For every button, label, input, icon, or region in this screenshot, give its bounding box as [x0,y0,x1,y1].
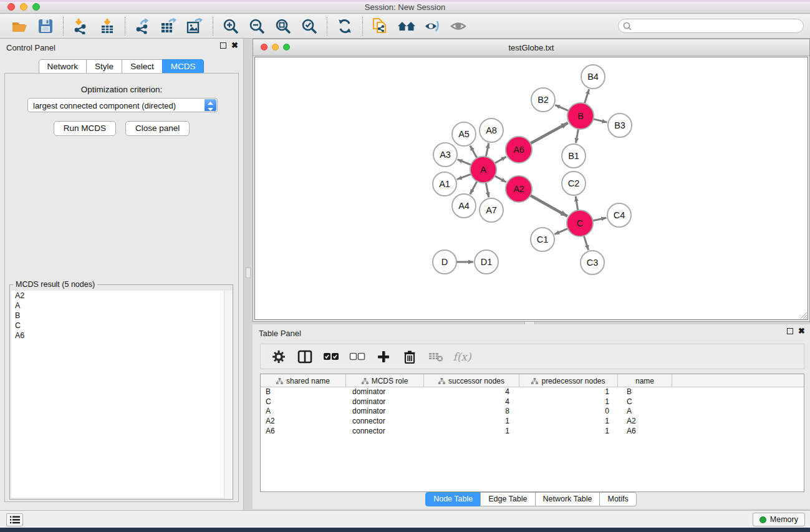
mcds-result-list[interactable]: A2ABCA6 [11,291,231,498]
close-panel-icon[interactable]: ✖ [231,42,238,49]
copy-network-icon[interactable] [367,16,393,37]
table-cell[interactable]: connector [346,427,424,437]
table-cell[interactable]: C [261,397,346,407]
network-graph[interactable]: AA1A2A3A4A5A6A7A8BB1B2B3B4CC1C2C3C4DD1 [255,57,809,321]
export-image-icon[interactable] [182,16,208,37]
graph-edge-C-C2[interactable] [576,196,578,211]
float-panel-icon[interactable] [220,42,226,49]
table-cell[interactable]: connector [346,417,424,427]
apply-function-icon[interactable]: f(x) [450,346,474,367]
table-close-panel-icon[interactable]: ✖ [798,328,805,334]
refresh-icon[interactable] [332,16,358,37]
column-header-shared-name[interactable]: shared name [261,374,346,387]
table-row[interactable]: Adominator80A [261,407,804,417]
table-row[interactable]: Bdominator41B [261,387,804,397]
table-row[interactable]: A6connector11A6 [261,427,804,437]
column-header-successor-nodes[interactable]: successor nodes [424,374,519,387]
vertical-splitter-handle[interactable] [246,268,251,278]
table-cell[interactable]: dominator [346,407,424,417]
column-header-mcds-role[interactable]: MCDS role [346,374,424,387]
search-box[interactable] [618,19,804,33]
save-icon[interactable] [32,16,59,37]
graph-edge-C-C3[interactable] [584,235,589,250]
delete-column-icon[interactable] [398,346,422,367]
export-table-icon[interactable] [156,16,182,37]
show-panel-eye-icon[interactable] [446,16,472,37]
tab-network[interactable]: Network [39,59,87,74]
zoom-out-icon[interactable] [244,16,270,37]
export-network-icon[interactable] [130,16,156,37]
mcds-result-scrollbar[interactable] [224,291,233,499]
table-cell[interactable]: A6 [261,427,346,437]
table-cell[interactable]: 1 [424,417,519,427]
table-cell[interactable]: 8 [424,407,519,417]
column-header-name[interactable]: name [618,374,672,387]
table-cell[interactable]: 1 [519,387,618,397]
graph-edge-B-B3[interactable] [592,118,607,122]
table-float-panel-icon[interactable] [787,328,793,334]
table-header-row[interactable]: shared nameMCDS rolesuccessor nodesprede… [261,374,804,387]
open-folder-icon[interactable] [6,16,32,37]
hide-panel-eye-icon[interactable] [420,16,446,37]
graph-edge-A-A2[interactable] [494,175,506,182]
column-header-predecessor-nodes[interactable]: predecessor nodes [519,374,618,387]
zoom-selected-icon[interactable] [296,16,322,37]
node-table[interactable]: shared nameMCDS rolesuccessor nodesprede… [260,374,804,492]
table-cell[interactable]: 4 [424,387,519,397]
graph-edge-A-A6[interactable] [494,157,506,163]
table-row[interactable]: Cdominator41C [261,397,804,407]
table-cell[interactable]: A [261,407,346,417]
graph-edge-A6-B[interactable] [529,123,568,144]
resize-grip-icon[interactable] [799,311,807,319]
table-cell[interactable]: C [618,397,672,407]
memory-button[interactable]: Memory [753,513,805,526]
graph-edge-A-A4[interactable] [470,180,478,195]
table-tab-edge-table[interactable]: Edge Table [480,492,535,506]
dropdown-stepper-icon[interactable] [205,99,216,111]
table-cell[interactable]: dominator [346,397,424,407]
tab-style[interactable]: Style [86,59,122,74]
network-window-titlebar[interactable]: testGlobe.txt [253,39,809,56]
table-cell[interactable]: A6 [618,427,672,437]
graph-edge-B-B1[interactable] [576,128,579,143]
mcds-result-item[interactable]: A6 [11,331,231,341]
table-cell[interactable]: 0 [519,407,618,417]
delete-table-icon[interactable] [424,346,448,367]
graph-edge-A-A1[interactable] [457,174,472,180]
close-panel-button[interactable]: Close panel [125,121,190,136]
import-table-icon[interactable] [94,16,120,37]
table-row[interactable]: A2connector11A2 [261,417,804,427]
mcds-result-item[interactable]: C [11,321,231,331]
graph-edge-C-C1[interactable] [554,228,569,235]
table-cell[interactable]: A2 [618,417,672,427]
table-cell[interactable]: 1 [424,427,519,437]
table-tab-network-table[interactable]: Network Table [535,492,600,506]
mcds-result-item[interactable]: A2 [11,291,231,301]
table-settings-icon[interactable] [267,346,291,367]
graph-edge-A-A5[interactable] [470,145,478,159]
zoom-in-icon[interactable] [218,16,244,37]
graph-edge-C-C4[interactable] [592,218,607,221]
criterion-dropdown[interactable]: largest connected component (directed) [27,98,218,112]
import-network-icon[interactable] [68,16,94,37]
table-cell[interactable]: 1 [519,417,618,427]
tab-select[interactable]: Select [122,59,163,74]
graph-edge-A2-C[interactable] [529,195,567,216]
table-cell[interactable]: 1 [519,427,618,437]
home-view-icon[interactable] [393,16,420,37]
add-column-icon[interactable] [372,346,395,367]
table-cell[interactable]: B [618,387,672,397]
table-tab-motifs[interactable]: Motifs [599,492,636,506]
mcds-result-item[interactable]: A [11,301,231,311]
table-cell[interactable]: A2 [261,417,346,427]
graph-edge-B-B2[interactable] [555,105,569,111]
run-mcds-button[interactable]: Run MCDS [54,121,116,136]
table-cell[interactable]: A [618,407,672,417]
graph-edge-A-A3[interactable] [458,160,473,165]
mcds-result-item[interactable]: B [11,311,231,321]
deselect-all-rows-icon[interactable] [345,346,369,367]
table-cell[interactable]: B [261,387,346,397]
table-cell[interactable]: 1 [519,397,618,407]
zoom-fit-icon[interactable] [270,16,296,37]
table-cell[interactable]: dominator [346,387,424,397]
